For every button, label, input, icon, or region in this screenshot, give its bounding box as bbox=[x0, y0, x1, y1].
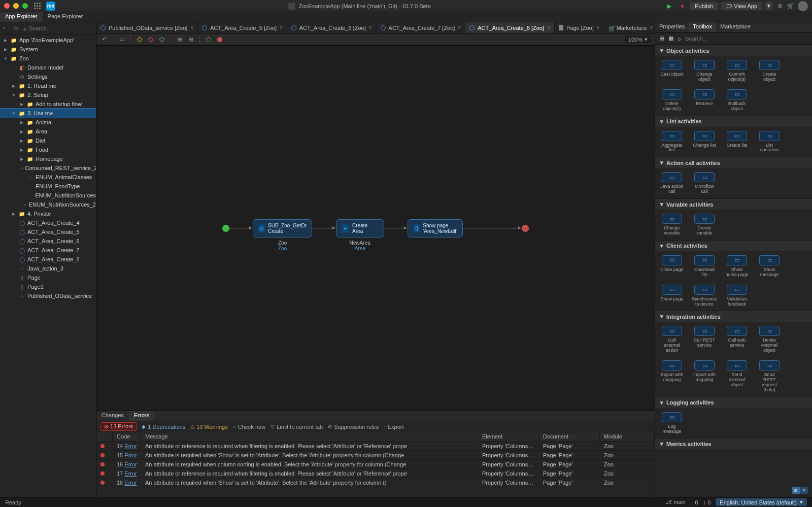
maximize-window[interactable] bbox=[22, 3, 28, 9]
user-avatar[interactable] bbox=[798, 1, 808, 11]
toolbox-tool[interactable]: ▭List operation bbox=[758, 131, 781, 153]
tree-item[interactable]: ▫ENUM_NutritionSources_2 bbox=[0, 200, 96, 209]
tab-marketplace[interactable]: Marketplace bbox=[716, 22, 755, 32]
tree-item[interactable]: ▶📁Food bbox=[0, 145, 96, 154]
decision-orange-icon[interactable] bbox=[136, 36, 143, 43]
toolbox-tool[interactable]: ▭Aggregate list bbox=[660, 131, 684, 153]
close-tab-icon[interactable]: × bbox=[369, 25, 372, 30]
toolbox-view1-icon[interactable]: ▤ bbox=[659, 35, 664, 42]
toolbox-tool[interactable]: ▭Create variable bbox=[693, 214, 716, 236]
error-row[interactable]: 18 ErrorAn attribute is required when 'S… bbox=[96, 478, 655, 487]
explorer-search-input[interactable] bbox=[29, 25, 93, 31]
category-header[interactable]: ▾List activities bbox=[655, 116, 812, 127]
flow-end-event[interactable] bbox=[522, 225, 529, 232]
new-file-icon[interactable]: ▫ bbox=[3, 25, 10, 32]
close-tab-icon[interactable]: × bbox=[597, 25, 600, 30]
error-row[interactable]: 17 ErrorAn attribute or reference is req… bbox=[96, 469, 655, 478]
tree-item[interactable]: ▶📁System bbox=[0, 45, 96, 54]
tree-item[interactable]: ◯ACT_Area_Create_8 bbox=[0, 255, 96, 264]
category-header[interactable]: ▾Variable activities bbox=[655, 198, 812, 210]
chevron-icon[interactable]: ▶ bbox=[11, 84, 16, 88]
tree-item[interactable]: ◧Domain model bbox=[0, 63, 96, 72]
category-header[interactable]: ▾Metrics activities bbox=[655, 438, 812, 449]
toolbox-tool[interactable]: ▭Show home page bbox=[725, 255, 749, 278]
select-icon[interactable]: ▭ bbox=[118, 36, 125, 43]
chevron-icon[interactable]: ▶ bbox=[19, 129, 24, 134]
editor-tab[interactable]: ACT_Area_Create_7 [Zoo]× bbox=[377, 22, 466, 33]
new-folder-icon[interactable]: ▭ bbox=[13, 25, 20, 32]
decision-red-icon[interactable] bbox=[147, 36, 154, 43]
editor-tab[interactable]: ACT_Area_Create_8 [Zoo]× bbox=[465, 22, 555, 33]
warnings-count[interactable]: △13 Warnings bbox=[190, 424, 227, 430]
tree-item[interactable]: ▶📁Diet bbox=[0, 136, 96, 145]
close-tab-icon[interactable]: × bbox=[547, 25, 550, 30]
chevron-icon[interactable]: ▼ bbox=[11, 93, 16, 97]
tree-item[interactable]: ▫ENUM_NutritionSources bbox=[0, 191, 96, 200]
tree-item[interactable]: ▯Page bbox=[0, 273, 96, 282]
toolbox-tool[interactable]: ▭Log message bbox=[660, 412, 684, 434]
activity-show-page[interactable]: ▯ Show page 'Area_NewEdit' bbox=[408, 219, 463, 238]
close-tab-icon[interactable]: × bbox=[280, 25, 283, 30]
publish-button[interactable]: Publish bbox=[690, 2, 718, 10]
tree-item[interactable]: ▶📁Animal bbox=[0, 118, 96, 127]
back-icon[interactable]: ↶ bbox=[100, 36, 108, 43]
tree-item[interactable]: ▶📁4. Private bbox=[0, 209, 96, 218]
minimize-window[interactable] bbox=[13, 3, 19, 9]
toolbox-tool[interactable]: ▭Import with mapping bbox=[693, 360, 716, 393]
toolbox-search-input[interactable] bbox=[685, 36, 808, 42]
tree-item[interactable]: ▶📁Add to startup flow bbox=[0, 99, 96, 109]
tab-properties[interactable]: Properties bbox=[655, 22, 689, 32]
editor-tab[interactable]: Published_OData_service [Zoo]× bbox=[96, 22, 198, 33]
toolbox-tool[interactable]: ▭Validation feedback bbox=[725, 285, 749, 307]
outgoing-count[interactable]: ↑ 0 bbox=[703, 499, 711, 505]
toolbox-tool[interactable]: ▭Synchronize to device bbox=[693, 285, 716, 307]
tree-item[interactable]: ▫ENUM_FoodType bbox=[0, 182, 96, 191]
error-type-link[interactable]: Error bbox=[124, 470, 137, 477]
editor-tab[interactable]: 🛒Marketplace× bbox=[604, 22, 655, 33]
errors-count[interactable]: ⊘ 13 Errors bbox=[100, 422, 137, 431]
editor-tab[interactable]: ACT_Area_Create_6 [Zoo]× bbox=[287, 22, 377, 33]
view-app-dropdown[interactable]: ▾ bbox=[765, 2, 772, 10]
toolbox-tool[interactable]: ▭Export with mapping bbox=[660, 360, 684, 393]
category-header[interactable]: ▾Client activities bbox=[655, 240, 812, 251]
run-button[interactable]: ▶ bbox=[664, 3, 674, 10]
toolbox-tool[interactable]: ▭Commit object(s) bbox=[725, 60, 749, 82]
toolbox-tool[interactable]: ▭Retrieve bbox=[693, 89, 716, 112]
tree-item[interactable]: ▶📁1. Read me bbox=[0, 81, 96, 90]
toolbox-tool[interactable]: ▭Delete object(s) bbox=[660, 89, 684, 112]
error-type-link[interactable]: Error bbox=[124, 461, 137, 467]
list-view-icon[interactable]: ≡ bbox=[800, 487, 808, 494]
close-window[interactable] bbox=[4, 3, 10, 9]
chevron-icon[interactable]: ▶ bbox=[11, 212, 16, 216]
error-type-link[interactable]: Error bbox=[124, 443, 137, 449]
toolbox-tool[interactable]: ▭Call web service bbox=[725, 326, 749, 353]
activity-sub-zoo[interactable]: ◎ SUB_Zoo_GetOr Create Zoo Zoo bbox=[253, 219, 312, 238]
link-icon[interactable]: ⊘ bbox=[775, 2, 784, 10]
toolbox-tool[interactable]: ▭Call REST service bbox=[693, 326, 716, 353]
toolbox-tool[interactable]: ▭Call external action bbox=[660, 326, 684, 353]
tree-item[interactable]: ▼📁2. Setup bbox=[0, 90, 96, 99]
language-selector[interactable]: English, United States (default)▾ bbox=[716, 498, 807, 506]
activity-create-area[interactable]: ＋ Create Area NewArea Area bbox=[336, 219, 384, 238]
tab-page-explorer[interactable]: Page Explorer bbox=[43, 12, 88, 22]
toolbox-tool[interactable]: ▭Microflow call bbox=[693, 172, 716, 194]
close-tab-icon[interactable]: × bbox=[650, 25, 653, 30]
error-row[interactable]: 16 ErrorAn attribute is required when co… bbox=[96, 460, 655, 469]
cart-icon[interactable]: 🛒 bbox=[787, 2, 795, 10]
toolbox-tool[interactable]: ▭Show message bbox=[758, 255, 781, 278]
toolbox-tool[interactable]: ▭Change list bbox=[693, 131, 716, 153]
stop-button[interactable]: ■ bbox=[678, 3, 687, 9]
toolbox-tool[interactable]: ▭Close page bbox=[660, 255, 684, 278]
category-header[interactable]: ▾Object activities bbox=[655, 45, 812, 56]
toolbox-tool[interactable]: ▭Change variable bbox=[660, 214, 684, 236]
tree-item[interactable]: ▼📁Zoo bbox=[0, 54, 96, 63]
tree-item[interactable]: ⚙Settings bbox=[0, 72, 96, 81]
tree-item[interactable]: ◯ACT_Area_Create_6 bbox=[0, 236, 96, 246]
tab-toolbox[interactable]: Toolbox bbox=[689, 22, 716, 32]
tree-item[interactable]: ▶📁App 'ZooExampleApp' bbox=[0, 36, 96, 45]
zoom-selector[interactable]: 100%▾ bbox=[625, 36, 651, 43]
deprecations-count[interactable]: ◆1 Deprecations bbox=[142, 424, 185, 430]
toolbox-tool[interactable]: ▭Create object bbox=[758, 60, 781, 82]
tab-errors[interactable]: Errors bbox=[129, 411, 154, 421]
export-button[interactable]: ▫Export bbox=[384, 424, 403, 430]
